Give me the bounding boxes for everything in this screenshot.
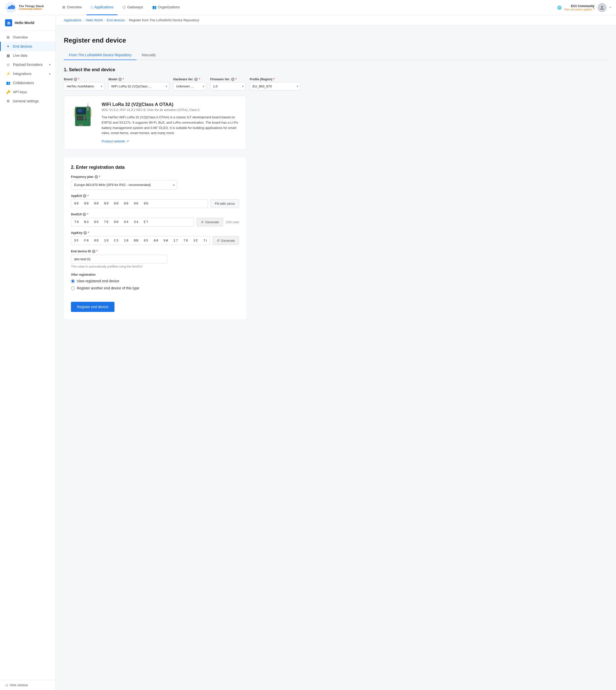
app-key-info-icon[interactable]: ? — [83, 231, 87, 235]
svg-rect-14 — [74, 109, 75, 110]
fw-ver-field: Firmware Ver. ? * 1.0 — [210, 78, 246, 90]
register-end-device-button[interactable]: Register end device — [71, 302, 114, 312]
device-id-label: End device ID ? * — [71, 250, 239, 253]
freq-select-wrapper: Europe 863-870 MHz (SF9 for RX2 - recomm… — [71, 180, 177, 190]
model-select-wrapper: WiFi LoRa 32 (V2)(Class ... — [108, 82, 169, 90]
svg-rect-8 — [87, 106, 89, 111]
sidebar-app-name: Hello World — [15, 21, 35, 25]
breadcrumb-applications[interactable]: Applications — [64, 18, 82, 22]
svg-point-26 — [87, 116, 88, 117]
radio-register-another[interactable]: Register another end device of this type — [71, 286, 239, 290]
radio-register-another-input[interactable] — [71, 286, 75, 290]
fw-ver-label: Firmware Ver. ? * — [210, 78, 246, 81]
dev-eui-input[interactable] — [71, 218, 194, 227]
dev-eui-info-icon[interactable]: ? — [83, 213, 86, 216]
radio-view-device-input[interactable] — [71, 279, 75, 283]
sidebar-item-live-data[interactable]: ▦ Live data — [0, 51, 56, 60]
overview-icon: ⊞ — [6, 35, 10, 39]
app-key-generate-icon: ↺ — [217, 239, 220, 242]
payload-formatters-icon: ◇ — [6, 63, 10, 67]
tab-manually[interactable]: Manually — [136, 50, 161, 60]
sidebar-item-general-settings[interactable]: ⚙ General settings — [0, 96, 56, 106]
hw-ver-label: Hardware Ver. ? * — [173, 78, 206, 81]
device-info-text: WiFi LoRa 32 (V2)(Class A OTAA) MAC V1.0… — [102, 102, 240, 143]
fair-use-policy[interactable]: Fair use policy applies ? — [565, 8, 594, 11]
app-key-field: AppKey ? * ↺ Generate — [71, 231, 239, 245]
sidebar-item-integrations[interactable]: ⚡ Integrations ▾ — [0, 69, 56, 78]
tab-repository[interactable]: From The LoRaWAN Device Repository — [64, 50, 136, 60]
sidebar-item-overview[interactable]: ⊞ Overview — [0, 33, 56, 42]
overview-icon: ⊞ — [62, 5, 65, 9]
brand-field: Brand ? * HelTec AutoMation — [64, 78, 104, 90]
dev-eui-label: DevEUI ? * — [71, 213, 239, 216]
brand-edition: Community Edition — [19, 7, 44, 10]
hw-ver-field: Hardware Ver. ? * Unknown ... — [173, 78, 206, 90]
fill-zeros-button[interactable]: Fill with zeros — [211, 199, 239, 208]
dev-eui-used-count: 2/50 used — [226, 220, 239, 224]
live-data-icon: ▦ — [6, 53, 10, 58]
app-eui-info-icon[interactable]: ? — [83, 194, 86, 198]
svg-rect-25 — [85, 119, 87, 121]
profile-select-wrapper: EU_863_870 — [250, 82, 301, 90]
section2-title: 2. Enter registration data — [71, 165, 239, 170]
app-eui-input[interactable] — [71, 199, 208, 208]
user-avatar[interactable] — [597, 3, 607, 12]
fw-info-icon[interactable]: ? — [231, 78, 235, 81]
device-id-info-icon[interactable]: ? — [92, 250, 95, 253]
ttn-logo — [5, 2, 16, 13]
product-website-link[interactable]: Product website ↗ — [102, 139, 240, 143]
profile-field: Profile (Region) * EU_863_870 — [250, 78, 301, 90]
app-key-required: * — [88, 231, 89, 235]
device-illustration — [71, 102, 94, 130]
gateways-icon: ⬡ — [123, 5, 126, 9]
radio-view-device[interactable]: View registered end device — [71, 279, 239, 283]
sidebar-item-collaborators[interactable]: 👥 Collaborators — [0, 78, 56, 87]
svg-rect-9 — [88, 103, 88, 106]
after-registration-field: After registration View registered end d… — [71, 273, 239, 290]
breadcrumb-end-devices[interactable]: End devices — [107, 18, 125, 22]
svg-point-1 — [601, 6, 603, 8]
logo-area: The Things Stack Community Edition — [5, 2, 56, 13]
hw-select-wrapper: Unknown ... — [173, 82, 206, 90]
model-select[interactable]: WiFi LoRa 32 (V2)(Class ... — [108, 82, 169, 90]
sidebar-item-api-keys[interactable]: 🔑 API keys — [0, 87, 56, 96]
fw-select[interactable]: 1.0 — [210, 82, 246, 90]
app-key-input[interactable] — [71, 236, 210, 245]
brand-select-wrapper: HelTec AutoMation — [64, 82, 104, 90]
svg-rect-23 — [90, 115, 92, 116]
hide-sidebar-button[interactable]: ◁ Hide sidebar — [0, 680, 56, 690]
nav-right: 🌐 EU1 Community Fair use policy applies … — [557, 3, 611, 12]
nav-gateways[interactable]: ⬡ Gateways — [118, 0, 147, 15]
hw-info-icon[interactable]: ? — [194, 78, 198, 81]
hw-select[interactable]: Unknown ... — [173, 82, 206, 90]
content-area: Applications › Hello World › End devices… — [56, 15, 616, 690]
nav-overview[interactable]: ⊞ Overview — [58, 0, 86, 15]
dev-eui-generate-button[interactable]: ↺ Generate — [197, 218, 223, 227]
section-select-device: 1. Select the end device Brand ? * HelTe… — [64, 67, 608, 150]
app-key-label: AppKey ? * — [71, 231, 239, 235]
dev-eui-required: * — [87, 213, 88, 216]
freq-info-icon[interactable]: ? — [94, 175, 98, 179]
device-id-input[interactable] — [71, 255, 167, 263]
breadcrumb-hello-world[interactable]: Hello World — [86, 18, 103, 22]
device-info-card: WiFi LoRa 32 (V2)(Class A OTAA) MAC V1.0… — [64, 95, 246, 150]
organizations-icon: 👥 — [152, 5, 156, 9]
user-menu-chevron[interactable]: ▾ — [610, 6, 611, 9]
frequency-plan-select[interactable]: Europe 863-870 MHz (SF9 for RX2 - recomm… — [71, 180, 177, 190]
model-info-icon[interactable]: ? — [118, 78, 122, 81]
device-selection-form: Brand ? * HelTec AutoMation — [64, 78, 608, 90]
brand-select[interactable]: HelTec AutoMation — [64, 82, 104, 90]
sidebar-item-end-devices[interactable]: ✦ End devices — [0, 42, 56, 51]
top-nav: The Things Stack Community Edition ⊞ Ove… — [0, 0, 616, 15]
api-keys-icon: 🔑 — [6, 90, 10, 94]
frequency-plan-field: Frequency plan ? * Europe 863-870 MHz (S… — [71, 175, 239, 190]
sidebar-item-payload-formatters[interactable]: ◇ Payload formatters ▾ — [0, 60, 56, 69]
svg-rect-13 — [80, 125, 82, 125]
brand-text: The Things Stack Community Edition — [19, 4, 44, 10]
profile-select[interactable]: EU_863_870 — [250, 82, 301, 90]
app-key-generate-button[interactable]: ↺ Generate — [213, 236, 239, 245]
brand-info-icon[interactable]: ? — [74, 78, 77, 81]
nav-applications[interactable]: □ Applications — [87, 0, 117, 15]
external-link-icon: ↗ — [126, 139, 129, 143]
nav-organizations[interactable]: 👥 Organizations — [148, 0, 184, 15]
